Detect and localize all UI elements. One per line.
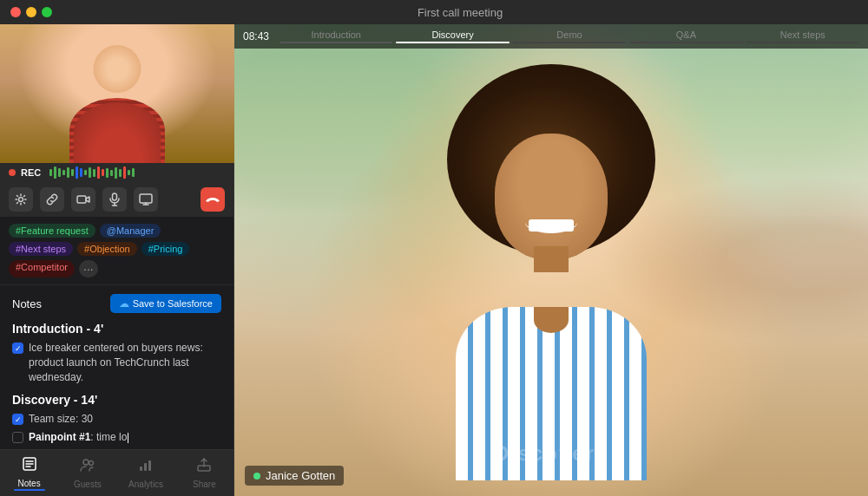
maximize-button[interactable] xyxy=(42,7,52,17)
audio-bar xyxy=(62,170,65,175)
mic-button[interactable] xyxy=(102,187,127,212)
note-text-painpoint1: Painpoint #1: time lo xyxy=(29,430,128,445)
salesforce-button[interactable]: ☁ Save to Salesforce xyxy=(110,294,221,313)
painpoint1-bold: Painpoint #1 xyxy=(29,431,90,443)
audio-bar xyxy=(93,169,95,177)
checkbox-painpoint1[interactable] xyxy=(12,432,23,443)
stage-discovery[interactable]: Discovery xyxy=(396,29,509,43)
end-call-button[interactable] xyxy=(201,187,225,212)
stage-bar-demo xyxy=(513,42,626,43)
audio-bar xyxy=(110,170,113,176)
notes-header: Notes ☁ Save to Salesforce xyxy=(12,294,221,313)
traffic-lights xyxy=(10,7,52,17)
notes-tab-label: Notes xyxy=(18,479,41,488)
note-text-icebreaker: Ice breaker centered on buyers news: pro… xyxy=(29,341,221,384)
tag-manager[interactable]: @Manager xyxy=(100,224,161,238)
svg-point-12 xyxy=(83,460,89,465)
audio-bar xyxy=(97,166,100,179)
self-video-person xyxy=(0,24,234,163)
svg-rect-2 xyxy=(113,193,117,200)
audio-bar xyxy=(123,166,126,179)
camera-button[interactable] xyxy=(71,187,95,212)
svg-rect-14 xyxy=(140,467,142,471)
stage-bar-intro xyxy=(279,42,392,43)
tab-bar: Notes Guests xyxy=(0,449,233,496)
call-time: 08:43 xyxy=(243,30,269,42)
audio-bar xyxy=(128,170,130,175)
note-item: ✓ Ice breaker centered on buyers news: p… xyxy=(12,341,221,384)
audio-bar xyxy=(49,169,52,176)
progress-bar: 08:43 Introduction Discovery Demo Q&A xyxy=(234,24,868,49)
note-text-teamsize: Team size: 30 xyxy=(29,412,93,427)
stage-qa[interactable]: Q&A xyxy=(629,29,742,43)
stage-introduction[interactable]: Introduction xyxy=(279,29,392,43)
stage-bar-discovery xyxy=(396,42,509,43)
settings-button[interactable] xyxy=(9,187,33,212)
shirt-decoration xyxy=(69,98,165,163)
recording-bar: REC xyxy=(0,163,233,182)
participant-name: Janice Gotten xyxy=(266,469,335,482)
participant-name-badge: Janice Gotten xyxy=(245,466,344,486)
tags-area: #Feature request @Manager #Next steps #O… xyxy=(0,217,233,285)
left-panel: REC xyxy=(0,24,234,496)
text-cursor xyxy=(128,433,128,443)
notes-title: Notes xyxy=(12,297,42,310)
salesforce-icon: ☁ xyxy=(119,297,129,310)
titlebar: First call meeting xyxy=(0,0,868,24)
notes-tab-icon xyxy=(22,456,37,476)
screen-share-button[interactable] xyxy=(134,187,158,212)
video-person-container xyxy=(234,49,868,496)
rec-indicator xyxy=(9,169,16,176)
note-item-painpoint1: Painpoint #1: time lo xyxy=(12,430,221,445)
discovery-overlay-label: Discovery xyxy=(494,441,609,465)
right-panel: 08:43 Introduction Discovery Demo Q&A xyxy=(234,24,868,496)
svg-rect-15 xyxy=(144,463,147,471)
progress-stages: Introduction Discovery Demo Q&A Next ste… xyxy=(279,29,859,43)
tag-objection[interactable]: #Objection xyxy=(77,242,137,256)
close-button[interactable] xyxy=(10,7,21,17)
minimize-button[interactable] xyxy=(26,7,36,17)
audio-bar xyxy=(80,168,82,177)
audio-bar xyxy=(76,166,78,179)
audio-visualizer xyxy=(49,166,225,179)
tab-notes[interactable]: Notes xyxy=(0,451,58,496)
audio-bar xyxy=(119,169,122,177)
audio-bar xyxy=(54,166,56,179)
controls-bar xyxy=(0,182,233,217)
neck xyxy=(534,246,569,272)
tag-pricing[interactable]: #Pricing xyxy=(141,242,190,256)
section-discovery-title: Discovery - 14' xyxy=(12,393,221,407)
rec-label: REC xyxy=(21,167,41,178)
tag-feature-request[interactable]: #Feature request xyxy=(9,224,95,238)
link-button[interactable] xyxy=(40,187,64,212)
face xyxy=(495,134,608,259)
analytics-tab-icon xyxy=(138,457,154,477)
checkbox-teamsize[interactable]: ✓ xyxy=(12,414,23,425)
audio-bar xyxy=(67,167,69,178)
tab-guests[interactable]: Guests xyxy=(58,452,116,494)
svg-rect-16 xyxy=(148,460,151,471)
audio-bar xyxy=(58,168,61,177)
svg-rect-1 xyxy=(77,196,86,203)
discovery-section-overlay: Discovery xyxy=(494,441,609,466)
audio-bar xyxy=(89,167,91,178)
share-tab-icon xyxy=(196,457,212,477)
tag-next-steps[interactable]: #Next steps xyxy=(9,242,73,256)
stage-demo[interactable]: Demo xyxy=(513,29,626,43)
section-introduction-title: Introduction - 4' xyxy=(12,322,221,336)
guests-tab-label: Guests xyxy=(74,480,102,489)
svg-rect-5 xyxy=(140,194,152,203)
video-face-container xyxy=(430,64,673,480)
analytics-tab-label: Analytics xyxy=(128,480,163,489)
stage-next-steps[interactable]: Next steps xyxy=(746,29,859,43)
tab-share[interactable]: Share xyxy=(175,452,233,494)
audio-bar xyxy=(106,168,108,178)
tag-more-button[interactable]: ··· xyxy=(79,260,98,277)
audio-bar xyxy=(132,168,135,177)
note-item-teamsize: ✓ Team size: 30 xyxy=(12,412,221,427)
checkbox-icebreaker[interactable]: ✓ xyxy=(12,343,23,354)
tag-competitor[interactable]: #Competitor xyxy=(9,260,75,277)
tab-analytics[interactable]: Analytics xyxy=(117,452,175,494)
audio-bar xyxy=(115,167,117,179)
stage-bar-next-steps xyxy=(746,42,859,43)
